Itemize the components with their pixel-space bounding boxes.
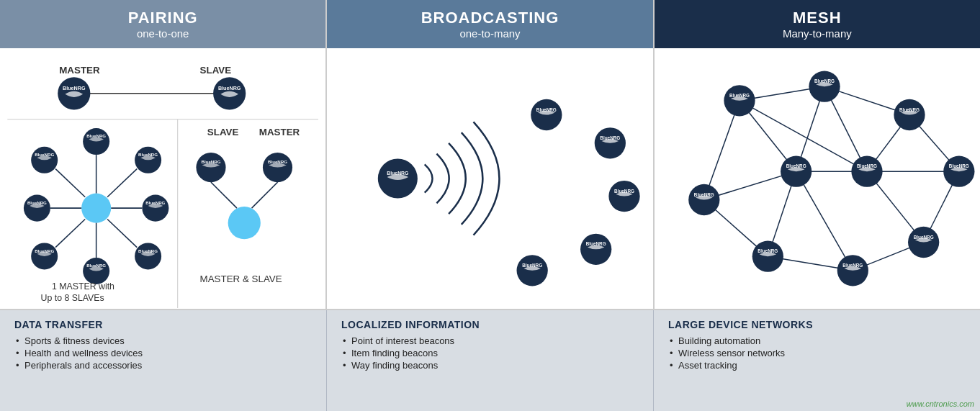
list-item: Building automation: [668, 335, 966, 347]
mesh-subtitle: Many-to-many: [669, 27, 966, 40]
data-transfer-list: Sports & fitness devices Health and well…: [14, 335, 312, 371]
large-device-section: LARGE DEVICE NETWORKS Building automatio…: [654, 310, 980, 411]
main-container: PAIRING one-to-one MASTER SLAVE BlueNRG …: [0, 0, 980, 411]
mesh-title: MESH: [669, 9, 966, 27]
svg-point-83: [943, 156, 974, 187]
data-transfer-section: DATA TRANSFER Sports & fitness devices H…: [0, 310, 327, 411]
bottom-section: DATA TRANSFER Sports & fitness devices H…: [0, 310, 980, 411]
svg-line-43: [252, 182, 278, 208]
mesh-diagram: BlueNRG BlueNRG BlueNRG BlueNRG: [655, 48, 980, 309]
broadcasting-header: BROADCASTING one-to-many: [327, 0, 652, 48]
svg-text:BlueNRG: BlueNRG: [218, 85, 241, 91]
svg-point-93: [781, 156, 812, 187]
large-device-list: Building automation Wireless sensor netw…: [668, 335, 966, 371]
pairing-diagram: MASTER SLAVE BlueNRG BlueNRG: [0, 48, 325, 309]
svg-point-77: [724, 85, 755, 116]
svg-line-32: [107, 220, 137, 248]
list-item: Point of interest beacons: [341, 335, 639, 347]
list-item: Peripherals and accessories: [14, 359, 312, 371]
svg-point-95: [851, 156, 882, 187]
large-device-title: LARGE DEVICE NETWORKS: [668, 319, 966, 330]
svg-line-17: [107, 169, 137, 197]
top-section: PAIRING one-to-one MASTER SLAVE BlueNRG …: [0, 0, 980, 310]
data-transfer-title: DATA TRANSFER: [14, 319, 312, 330]
svg-point-91: [688, 184, 719, 215]
list-item: Item finding beacons: [341, 347, 639, 359]
list-item: Wireless sensor networks: [668, 347, 966, 359]
svg-text:Up to 8 SLAVEs: Up to 8 SLAVEs: [41, 293, 104, 303]
svg-line-44: [211, 182, 237, 208]
mesh-column: MESH Many-to-many: [655, 0, 980, 309]
broadcasting-diagram: BlueNRG BlueNRG BlueNRG: [327, 48, 652, 309]
svg-text:MASTER: MASTER: [59, 65, 100, 76]
svg-point-42: [228, 207, 261, 239]
localized-info-section: LOCALIZED INFORMATION Point of interest …: [327, 310, 654, 411]
svg-line-72: [796, 171, 853, 271]
mesh-header: MESH Many-to-many: [655, 0, 980, 48]
broadcasting-title: BROADCASTING: [341, 9, 638, 27]
svg-point-8: [81, 194, 111, 223]
pairing-title: PAIRING: [14, 9, 311, 27]
broadcasting-column: BROADCASTING one-to-many BlueNRG: [327, 0, 654, 309]
list-item: Asset tracking: [668, 359, 966, 371]
svg-line-11: [55, 169, 85, 197]
svg-text:BlueNRG: BlueNRG: [63, 85, 86, 91]
svg-text:SLAVE: SLAVE: [207, 127, 239, 137]
svg-text:1 MASTER with: 1 MASTER with: [52, 281, 114, 292]
localized-info-list: Point of interest beacons Item finding b…: [341, 335, 639, 371]
broadcasting-subtitle: one-to-many: [341, 27, 638, 40]
list-item: Way finding beacons: [341, 359, 639, 371]
svg-text:SLAVE: SLAVE: [200, 65, 232, 76]
svg-text:MASTER & SLAVE: MASTER & SLAVE: [200, 274, 282, 284]
svg-text:MASTER: MASTER: [259, 127, 300, 137]
list-item: Sports & fitness devices: [14, 335, 312, 347]
svg-line-26: [55, 220, 85, 248]
localized-info-title: LOCALIZED INFORMATION: [341, 319, 639, 330]
watermark-text: www.cntronics.com: [907, 399, 974, 408]
svg-line-65: [703, 101, 739, 200]
pairing-header: PAIRING one-to-one: [0, 0, 325, 48]
pairing-column: PAIRING one-to-one MASTER SLAVE BlueNRG …: [0, 0, 327, 309]
list-item: Health and wellness devices: [14, 347, 312, 359]
svg-point-87: [837, 255, 868, 286]
pairing-subtitle: one-to-one: [14, 27, 311, 40]
